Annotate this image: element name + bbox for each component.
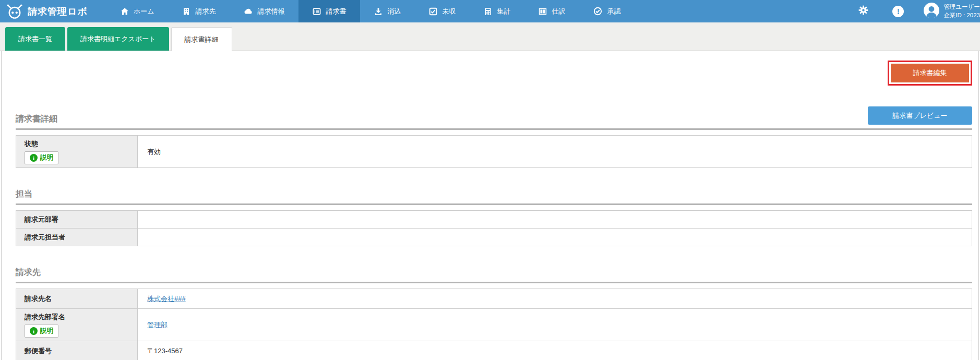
section-title: 請求先 <box>16 267 41 278</box>
user-info: 管理ユーザー 企業ID : 2023 <box>943 3 980 19</box>
calculator-icon <box>484 7 492 16</box>
cloud-icon <box>244 7 253 16</box>
row-label-cell: 状態 i 説明 <box>16 136 138 168</box>
section-staff: 担当 請求元部署 請求元担当者 <box>16 189 972 246</box>
nav-item-invoices[interactable]: 請求書 <box>298 0 360 22</box>
row-value-cell: 有効 <box>138 136 972 168</box>
robot-logo-icon <box>6 4 23 19</box>
nav-item-label: 承認 <box>607 7 620 16</box>
main-nav: ホーム 請求先 請求情報 請求書 <box>106 0 635 22</box>
row-value-cell: 〒123-4567 <box>138 341 972 360</box>
tab-strip: 請求書一覧 請求書明細エクスポート 請求書詳細 <box>0 22 980 51</box>
top-navbar: 請求管理ロボ ホーム 請求先 請求情報 <box>0 0 980 22</box>
settings-button[interactable] <box>858 5 868 17</box>
table-row-status: 状態 i 説明 有効 <box>16 136 972 168</box>
building-icon <box>182 7 190 16</box>
company-id: 企業ID : 2023 <box>943 12 980 18</box>
nav-item-reconciliation[interactable]: 消込 <box>360 0 415 22</box>
row-label-cell: 請求先部署名 i 説明 <box>16 309 138 341</box>
nav-item-home[interactable]: ホーム <box>106 0 169 22</box>
nav-item-aggregate[interactable]: 集計 <box>470 0 524 22</box>
nav-item-billing-info[interactable]: 請求情報 <box>230 0 298 22</box>
tab-label: 請求書一覧 <box>18 34 52 44</box>
gear-icon <box>858 5 868 17</box>
tab-invoice-list[interactable]: 請求書一覧 <box>5 27 65 51</box>
nav-item-unpaid[interactable]: 未収 <box>415 0 470 22</box>
badge-label: 説明 <box>40 153 53 162</box>
check-circle-icon <box>593 7 602 16</box>
nav-item-label: 未収 <box>442 7 456 16</box>
staff-table: 請求元部署 請求元担当者 <box>16 210 972 246</box>
nav-item-label: 請求先 <box>195 7 216 16</box>
user-menu[interactable]: 管理ユーザー 企業ID : 2023 <box>924 3 980 20</box>
nav-item-label: 請求情報 <box>257 7 284 16</box>
tab-invoice-detail[interactable]: 請求書詳細 <box>171 27 232 51</box>
explanation-badge[interactable]: i 説明 <box>25 151 58 164</box>
app-title: 請求管理ロボ <box>28 5 88 18</box>
row-label-cell: 郵便番号 <box>16 341 138 360</box>
download-icon <box>374 7 383 16</box>
section-divider <box>16 282 972 283</box>
invoice-edit-button[interactable]: 請求書編集 <box>891 64 969 82</box>
section-invoice-detail: 請求書詳細 請求書プレビュー 状態 i 説明 有効 <box>16 106 972 168</box>
table-row-client-name: 請求先名 株式会社### <box>16 289 972 309</box>
row-label-cell: 請求元部署 <box>16 211 138 229</box>
client-dept-link[interactable]: 管理部 <box>147 321 168 329</box>
brand-logo[interactable]: 請求管理ロボ <box>0 4 95 19</box>
row-value-cell <box>138 229 972 246</box>
user-name: 管理ユーザー <box>943 4 980 10</box>
badge-label: 説明 <box>40 327 53 335</box>
content-panel: 請求書編集 請求書詳細 請求書プレビュー 状態 i 説明 有効 <box>1 51 979 360</box>
explanation-badge[interactable]: i 説明 <box>25 325 58 338</box>
nav-item-approval[interactable]: 承認 <box>579 0 635 22</box>
nav-item-label: 集計 <box>497 7 510 16</box>
invoice-detail-table: 状態 i 説明 有効 <box>16 135 972 168</box>
section-client: 請求先 請求先名 株式会社### 請求先部署名 i 説明 管理部 <box>16 267 972 360</box>
info-icon: i <box>30 154 38 162</box>
section-title: 担当 <box>16 189 32 200</box>
client-name-link[interactable]: 株式会社### <box>147 295 186 303</box>
row-value-cell <box>138 211 972 229</box>
table-row-billing-dept: 請求元部署 <box>16 211 972 229</box>
invoice-preview-button[interactable]: 請求書プレビュー <box>868 106 972 125</box>
tab-invoice-detail-export[interactable]: 請求書明細エクスポート <box>67 27 169 51</box>
section-title: 請求書詳細 <box>16 114 57 125</box>
section-divider <box>16 203 972 205</box>
section-head: 請求先 <box>16 267 972 278</box>
row-label-cell: 請求先名 <box>16 289 138 309</box>
row-value-cell: 株式会社### <box>138 289 972 309</box>
exclamation-icon: ! <box>897 7 900 16</box>
home-icon <box>121 7 129 16</box>
nav-item-label: 仕訳 <box>552 7 565 16</box>
section-head: 担当 <box>16 189 972 200</box>
red-highlight-box: 請求書編集 <box>888 61 972 86</box>
row-value-cell: 管理部 <box>138 309 972 341</box>
info-icon: i <box>30 327 38 335</box>
notification-button[interactable]: ! <box>892 6 904 17</box>
nav-item-clients[interactable]: 請求先 <box>168 0 230 22</box>
section-head: 請求書詳細 請求書プレビュー <box>16 106 972 125</box>
table-row-billing-person: 請求元担当者 <box>16 229 972 246</box>
nav-item-label: 消込 <box>387 7 401 16</box>
row-label-cell: 請求元担当者 <box>16 229 138 246</box>
check-square-icon <box>429 7 437 16</box>
table-row-postal-code: 郵便番号 〒123-4567 <box>16 341 972 360</box>
row-label: 請求先部署名 <box>25 313 129 322</box>
tab-label: 請求書詳細 <box>185 35 219 44</box>
nav-item-label: 請求書 <box>326 7 346 16</box>
nav-item-journal[interactable]: 仕訳 <box>524 0 579 22</box>
client-table: 請求先名 株式会社### 請求先部署名 i 説明 管理部 郵便番号 <box>16 289 972 360</box>
columns-icon <box>539 7 547 16</box>
table-row-client-dept: 請求先部署名 i 説明 管理部 <box>16 309 972 341</box>
navbar-right: ! 管理ユーザー 企業ID : 2023 <box>858 3 980 20</box>
tab-label: 請求書明細エクスポート <box>80 34 156 44</box>
row-label: 状態 <box>25 139 129 149</box>
list-icon <box>313 7 321 16</box>
section-divider <box>16 128 972 130</box>
nav-item-label: ホーム <box>134 7 154 16</box>
avatar <box>924 3 939 20</box>
edit-button-row: 請求書編集 <box>16 61 972 86</box>
